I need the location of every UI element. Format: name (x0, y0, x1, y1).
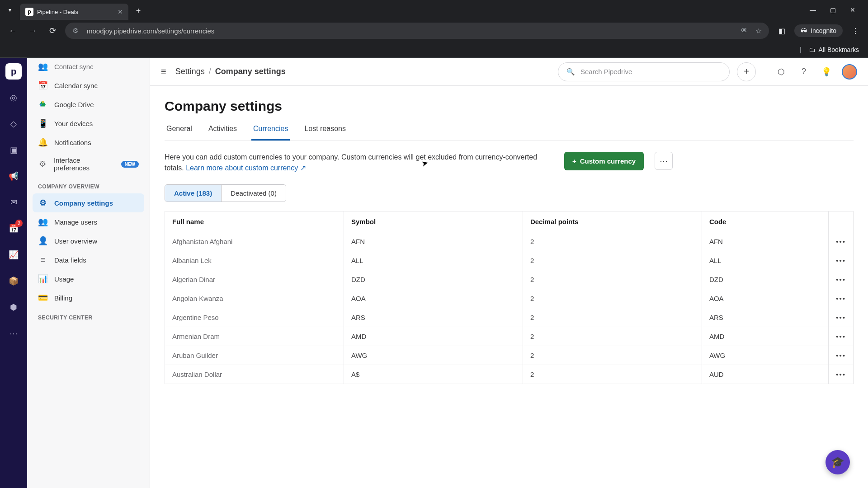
all-bookmarks-button[interactable]: All Bookmarks (819, 46, 859, 53)
col-full-name[interactable]: Full name (165, 211, 344, 232)
tab-search-button[interactable]: ▾ (4, 4, 16, 16)
bookmark-star-icon[interactable]: ☆ (755, 27, 762, 35)
search-placeholder: Search Pipedrive (580, 68, 632, 75)
cell-symbol: AWG (344, 346, 523, 365)
quick-add-button[interactable]: + (737, 62, 756, 81)
status-segment: Active (183) Deactivated (0) (165, 184, 286, 202)
more-options-button[interactable]: ⋯ (655, 152, 673, 170)
sidebar-item[interactable]: 👥Contact sync (33, 61, 144, 76)
rail-activities-icon[interactable]: 📅2 (5, 221, 22, 237)
sidebar-item-icon: ⚙ (38, 159, 47, 169)
sidebar-item[interactable]: 👥Manage users (33, 212, 144, 231)
sidebar-item[interactable]: 👤User overview (33, 231, 144, 250)
tab-activities[interactable]: Activities (207, 125, 239, 141)
academy-fab[interactable]: 🎓 (826, 450, 850, 474)
row-actions-button[interactable]: ••• (829, 289, 854, 308)
incognito-indicator[interactable]: 🕶 Incognito (794, 24, 843, 37)
rail-mail-icon[interactable]: ✉ (5, 194, 22, 211)
tab-lost-reasons[interactable]: Lost reasons (302, 125, 348, 141)
table-row[interactable]: Algerian DinarDZD2DZD••• (165, 270, 854, 289)
col-symbol[interactable]: Symbol (344, 211, 523, 232)
collapse-sidebar-button[interactable]: ≡ (161, 66, 166, 77)
app-logo[interactable]: p (5, 63, 22, 80)
sidebar-item[interactable]: 📱Your devices (33, 114, 144, 133)
rail-marketplace-icon[interactable]: ⬢ (5, 299, 22, 315)
row-actions-button[interactable]: ••• (829, 365, 854, 384)
url-actions: 👁 ☆ (741, 27, 762, 35)
search-icon: 🔍 (566, 68, 575, 76)
sidebar-item[interactable]: ⚙Interface preferencesNEW (33, 152, 144, 176)
breadcrumb-separator: / (209, 67, 211, 76)
sidebar-item-icon: 🔔 (38, 137, 48, 147)
forward-button[interactable]: → (25, 23, 40, 38)
sidebar-item[interactable]: ≡Data fields (33, 250, 144, 269)
cell-decimals: 2 (523, 365, 702, 384)
cell-name: Albanian Lek (165, 251, 344, 270)
rail-projects-icon[interactable]: ▣ (5, 142, 22, 158)
sidebar-item[interactable]: 🔔Notifications (33, 133, 144, 152)
col-code[interactable]: Code (702, 211, 828, 232)
row-actions-button[interactable]: ••• (829, 308, 854, 327)
learn-more-link[interactable]: Learn more about custom currency (186, 164, 306, 172)
table-header-row: Full name Symbol Decimal points Code (165, 211, 854, 232)
global-search[interactable]: 🔍 Search Pipedrive (558, 62, 730, 81)
browser-menu-button[interactable]: ⋮ (848, 23, 863, 38)
back-button[interactable]: ← (5, 23, 20, 38)
tab-currencies[interactable]: Currencies (251, 125, 290, 141)
tab-close-icon[interactable]: ✕ (118, 8, 123, 15)
url-bar[interactable]: ⚙ moodjoy.pipedrive.com/settings/currenc… (65, 23, 769, 39)
rail-products-icon[interactable]: 📦 (5, 273, 22, 289)
rail-campaigns-icon[interactable]: 📢 (5, 168, 22, 184)
site-settings-icon[interactable]: ⚙ (72, 27, 81, 35)
sidebar-item-icon: ≡ (38, 255, 48, 265)
extensions-icon[interactable]: ⬡ (774, 65, 788, 79)
seg-deactivated[interactable]: Deactivated (0) (221, 185, 286, 202)
sidebar-item[interactable]: 📊Usage (33, 269, 144, 288)
table-row[interactable]: Argentine PesoARS2ARS••• (165, 308, 854, 327)
table-row[interactable]: Aruban GuilderAWG2AWG••• (165, 346, 854, 365)
sidebar-item[interactable]: 📅Calendar sync (33, 76, 144, 95)
minimize-button[interactable]: — (808, 6, 817, 14)
side-panel-button[interactable]: ◧ (774, 23, 789, 38)
whats-new-icon[interactable]: 💡 (819, 65, 834, 79)
user-avatar[interactable] (842, 64, 857, 80)
maximize-button[interactable]: ▢ (828, 6, 837, 14)
col-decimal-points[interactable]: Decimal points (523, 211, 702, 232)
reload-button[interactable]: ⟳ (45, 23, 60, 38)
rail-deals-icon[interactable]: ◇ (5, 116, 22, 132)
tab-general[interactable]: General (165, 125, 194, 141)
row-actions-button[interactable]: ••• (829, 270, 854, 289)
browser-tab[interactable]: p Pipeline - Deals ✕ (20, 4, 128, 20)
sidebar-item-icon: 💳 (38, 293, 48, 303)
sidebar-item[interactable]: ⚙Company settings (33, 193, 144, 212)
cell-code: AUD (702, 365, 828, 384)
custom-currency-button[interactable]: + Custom currency (564, 152, 644, 170)
row-actions-button[interactable]: ••• (829, 327, 854, 346)
row-actions-button[interactable]: ••• (829, 251, 854, 270)
bookmarks-bar: | 🗀 All Bookmarks (0, 42, 868, 58)
cell-decimals: 2 (523, 346, 702, 365)
new-tab-button[interactable]: + (132, 5, 145, 17)
content: Company settings GeneralActivitiesCurren… (150, 86, 868, 488)
breadcrumb-root[interactable]: Settings (175, 67, 205, 76)
table-row[interactable]: Angolan KwanzaAOA2AOA••• (165, 289, 854, 308)
seg-active[interactable]: Active (183) (165, 185, 221, 202)
table-row[interactable]: Albanian LekALL2ALL••• (165, 251, 854, 270)
rail-leads-icon[interactable]: ◎ (5, 89, 22, 106)
sidebar-item[interactable]: 💳Billing (33, 288, 144, 307)
sidebar-item-label: Google Drive (54, 101, 94, 108)
cell-code: AOA (702, 289, 828, 308)
row-actions-button[interactable]: ••• (829, 346, 854, 365)
table-row[interactable]: Armenian DramAMD2AMD••• (165, 327, 854, 346)
table-row[interactable]: Afghanistan AfghaniAFN2AFN••• (165, 232, 854, 251)
cell-code: AWG (702, 346, 828, 365)
eye-off-icon[interactable]: 👁 (741, 27, 748, 35)
help-icon[interactable]: ? (797, 65, 811, 79)
row-actions-button[interactable]: ••• (829, 232, 854, 251)
table-row[interactable]: Australian DollarA$2AUD••• (165, 365, 854, 384)
sidebar-item[interactable]: Google Drive (33, 95, 144, 114)
rail-more-icon[interactable]: ⋯ (5, 325, 22, 342)
tab-bar: ▾ p Pipeline - Deals ✕ + — ▢ ✕ (0, 0, 868, 20)
close-window-button[interactable]: ✕ (848, 6, 857, 14)
rail-insights-icon[interactable]: 📈 (5, 247, 22, 263)
